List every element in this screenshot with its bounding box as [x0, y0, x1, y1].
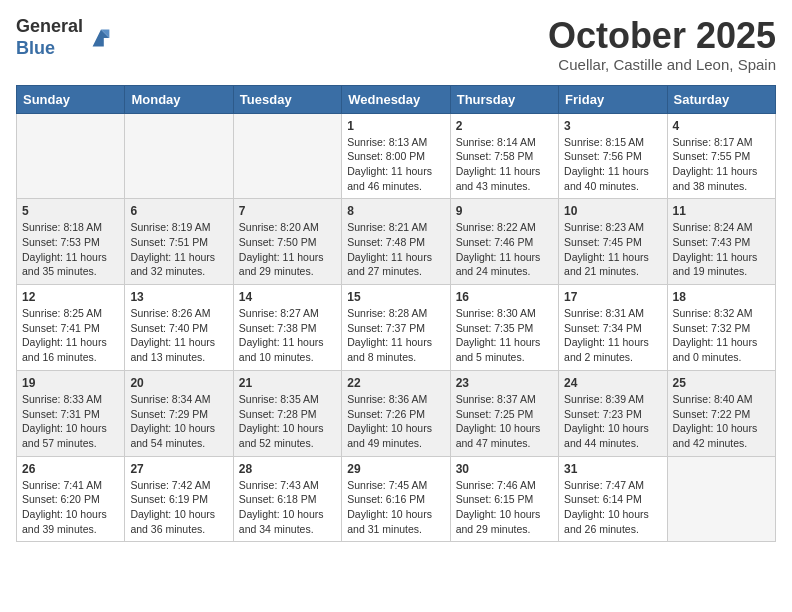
- cell-content: Sunrise: 7:43 AM: [239, 478, 336, 493]
- calendar-cell: 12Sunrise: 8:25 AMSunset: 7:41 PMDayligh…: [17, 285, 125, 371]
- calendar-cell: 26Sunrise: 7:41 AMSunset: 6:20 PMDayligh…: [17, 456, 125, 542]
- location: Cuellar, Castille and Leon, Spain: [548, 56, 776, 73]
- cell-content: Sunrise: 8:18 AM: [22, 220, 119, 235]
- calendar-cell: 30Sunrise: 7:46 AMSunset: 6:15 PMDayligh…: [450, 456, 558, 542]
- cell-content: Daylight: 11 hours and 13 minutes.: [130, 335, 227, 364]
- cell-content: Daylight: 11 hours and 38 minutes.: [673, 164, 770, 193]
- calendar-cell: 22Sunrise: 8:36 AMSunset: 7:26 PMDayligh…: [342, 370, 450, 456]
- date-number: 2: [456, 119, 553, 133]
- cell-content: Sunset: 7:58 PM: [456, 149, 553, 164]
- cell-content: Sunrise: 8:30 AM: [456, 306, 553, 321]
- cell-content: Daylight: 11 hours and 8 minutes.: [347, 335, 444, 364]
- calendar-cell: 14Sunrise: 8:27 AMSunset: 7:38 PMDayligh…: [233, 285, 341, 371]
- logo-text: General Blue: [16, 16, 83, 59]
- date-number: 28: [239, 462, 336, 476]
- cell-content: Sunset: 7:51 PM: [130, 235, 227, 250]
- calendar-cell: 9Sunrise: 8:22 AMSunset: 7:46 PMDaylight…: [450, 199, 558, 285]
- calendar-cell: 29Sunrise: 7:45 AMSunset: 6:16 PMDayligh…: [342, 456, 450, 542]
- cell-content: Daylight: 11 hours and 29 minutes.: [239, 250, 336, 279]
- cell-content: Sunset: 7:25 PM: [456, 407, 553, 422]
- month-title: October 2025: [548, 16, 776, 56]
- date-number: 11: [673, 204, 770, 218]
- date-number: 12: [22, 290, 119, 304]
- cell-content: Sunrise: 8:31 AM: [564, 306, 661, 321]
- cell-content: Daylight: 10 hours and 39 minutes.: [22, 507, 119, 536]
- calendar-cell: 23Sunrise: 8:37 AMSunset: 7:25 PMDayligh…: [450, 370, 558, 456]
- cell-content: Sunset: 7:34 PM: [564, 321, 661, 336]
- weekday-header-saturday: Saturday: [667, 85, 775, 113]
- date-number: 4: [673, 119, 770, 133]
- cell-content: Sunset: 6:15 PM: [456, 492, 553, 507]
- cell-content: Sunrise: 8:25 AM: [22, 306, 119, 321]
- cell-content: Sunset: 6:20 PM: [22, 492, 119, 507]
- cell-content: Sunrise: 8:36 AM: [347, 392, 444, 407]
- calendar-cell: 10Sunrise: 8:23 AMSunset: 7:45 PMDayligh…: [559, 199, 667, 285]
- date-number: 26: [22, 462, 119, 476]
- cell-content: Sunrise: 8:28 AM: [347, 306, 444, 321]
- calendar-cell: 13Sunrise: 8:26 AMSunset: 7:40 PMDayligh…: [125, 285, 233, 371]
- date-number: 9: [456, 204, 553, 218]
- cell-content: Sunset: 6:18 PM: [239, 492, 336, 507]
- cell-content: Daylight: 10 hours and 42 minutes.: [673, 421, 770, 450]
- calendar-cell: 2Sunrise: 8:14 AMSunset: 7:58 PMDaylight…: [450, 113, 558, 199]
- date-number: 19: [22, 376, 119, 390]
- cell-content: Sunset: 7:22 PM: [673, 407, 770, 422]
- calendar-cell: 27Sunrise: 7:42 AMSunset: 6:19 PMDayligh…: [125, 456, 233, 542]
- cell-content: Sunset: 7:41 PM: [22, 321, 119, 336]
- date-number: 25: [673, 376, 770, 390]
- cell-content: Sunrise: 8:37 AM: [456, 392, 553, 407]
- cell-content: Sunset: 7:48 PM: [347, 235, 444, 250]
- cell-content: Sunrise: 8:22 AM: [456, 220, 553, 235]
- cell-content: Sunrise: 7:41 AM: [22, 478, 119, 493]
- calendar-cell: 19Sunrise: 8:33 AMSunset: 7:31 PMDayligh…: [17, 370, 125, 456]
- cell-content: Daylight: 10 hours and 54 minutes.: [130, 421, 227, 450]
- cell-content: Sunrise: 8:35 AM: [239, 392, 336, 407]
- calendar-cell: 5Sunrise: 8:18 AMSunset: 7:53 PMDaylight…: [17, 199, 125, 285]
- cell-content: Daylight: 11 hours and 46 minutes.: [347, 164, 444, 193]
- cell-content: Sunrise: 7:45 AM: [347, 478, 444, 493]
- date-number: 21: [239, 376, 336, 390]
- cell-content: Sunrise: 8:23 AM: [564, 220, 661, 235]
- cell-content: Sunrise: 8:15 AM: [564, 135, 661, 150]
- cell-content: Daylight: 10 hours and 34 minutes.: [239, 507, 336, 536]
- calendar-cell: 24Sunrise: 8:39 AMSunset: 7:23 PMDayligh…: [559, 370, 667, 456]
- weekday-header-thursday: Thursday: [450, 85, 558, 113]
- date-number: 31: [564, 462, 661, 476]
- cell-content: Sunset: 7:53 PM: [22, 235, 119, 250]
- cell-content: Sunset: 7:38 PM: [239, 321, 336, 336]
- cell-content: Sunrise: 8:40 AM: [673, 392, 770, 407]
- cell-content: Daylight: 10 hours and 29 minutes.: [456, 507, 553, 536]
- title-block: October 2025 Cuellar, Castille and Leon,…: [548, 16, 776, 73]
- cell-content: Daylight: 11 hours and 32 minutes.: [130, 250, 227, 279]
- cell-content: Daylight: 11 hours and 21 minutes.: [564, 250, 661, 279]
- cell-content: Sunrise: 7:47 AM: [564, 478, 661, 493]
- date-number: 14: [239, 290, 336, 304]
- weekday-header-monday: Monday: [125, 85, 233, 113]
- cell-content: Daylight: 11 hours and 2 minutes.: [564, 335, 661, 364]
- cell-content: Daylight: 11 hours and 10 minutes.: [239, 335, 336, 364]
- calendar-cell: 6Sunrise: 8:19 AMSunset: 7:51 PMDaylight…: [125, 199, 233, 285]
- weekday-header-friday: Friday: [559, 85, 667, 113]
- calendar-cell: 3Sunrise: 8:15 AMSunset: 7:56 PMDaylight…: [559, 113, 667, 199]
- date-number: 17: [564, 290, 661, 304]
- calendar-cell: [667, 456, 775, 542]
- date-number: 30: [456, 462, 553, 476]
- cell-content: Sunset: 7:35 PM: [456, 321, 553, 336]
- cell-content: Daylight: 11 hours and 24 minutes.: [456, 250, 553, 279]
- cell-content: Sunset: 7:55 PM: [673, 149, 770, 164]
- cell-content: Sunset: 7:50 PM: [239, 235, 336, 250]
- weekday-header-tuesday: Tuesday: [233, 85, 341, 113]
- cell-content: Daylight: 11 hours and 19 minutes.: [673, 250, 770, 279]
- date-number: 6: [130, 204, 227, 218]
- calendar-cell: 1Sunrise: 8:13 AMSunset: 8:00 PMDaylight…: [342, 113, 450, 199]
- calendar-cell: 15Sunrise: 8:28 AMSunset: 7:37 PMDayligh…: [342, 285, 450, 371]
- weekday-header-sunday: Sunday: [17, 85, 125, 113]
- calendar-cell: 18Sunrise: 8:32 AMSunset: 7:32 PMDayligh…: [667, 285, 775, 371]
- cell-content: Daylight: 11 hours and 16 minutes.: [22, 335, 119, 364]
- date-number: 29: [347, 462, 444, 476]
- date-number: 16: [456, 290, 553, 304]
- cell-content: Sunrise: 8:32 AM: [673, 306, 770, 321]
- calendar-cell: 28Sunrise: 7:43 AMSunset: 6:18 PMDayligh…: [233, 456, 341, 542]
- calendar-cell: 31Sunrise: 7:47 AMSunset: 6:14 PMDayligh…: [559, 456, 667, 542]
- cell-content: Daylight: 11 hours and 40 minutes.: [564, 164, 661, 193]
